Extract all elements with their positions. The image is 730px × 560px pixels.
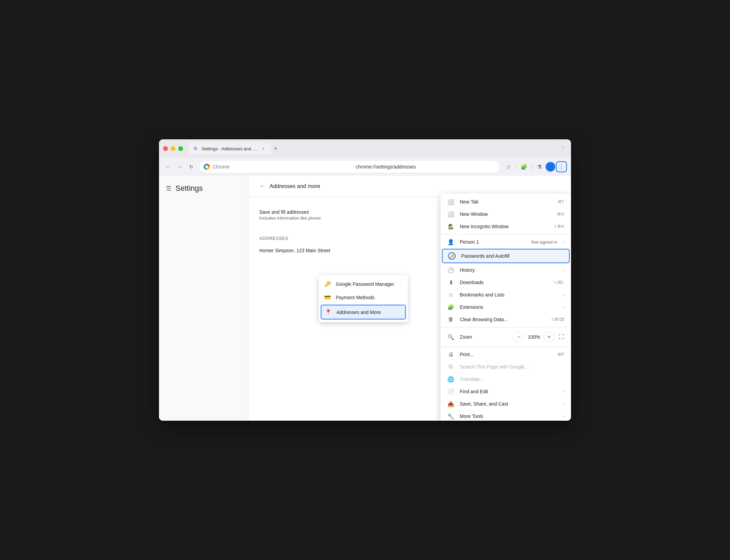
settings-sidebar: ☰ Settings: [159, 176, 248, 421]
menu-item-clear-browsing[interactable]: 🗑 Clear Browsing Data... ⇧⌘⌫: [441, 313, 571, 326]
page-title: Addresses and more: [270, 183, 320, 189]
menu-label-print: Print...: [460, 352, 552, 357]
back-button[interactable]: ←: [163, 162, 173, 172]
menu-item-new-tab[interactable]: ⬜ New Tab ⌘T: [441, 196, 571, 208]
zoom-minus-button[interactable]: −: [513, 331, 524, 342]
menu-label-bookmarks: Bookmarks and Lists: [460, 292, 557, 298]
history-arrow-icon: ›: [563, 268, 564, 272]
menu-item-passwords-autofill[interactable]: 🔑 Passwords and Autofill ›: [442, 249, 570, 263]
menu-label-more-tools: More Tools: [460, 413, 557, 419]
tab-label: Settings - Addresses and mo: [202, 146, 258, 151]
window-control-right[interactable]: ˅: [559, 144, 567, 153]
menu-item-print[interactable]: 🖨 Print... ⌘P: [441, 348, 571, 361]
submenu-label-payment-methods: Payment Methods: [336, 295, 375, 300]
url-prefix: Chrome: [213, 164, 352, 170]
minimize-traffic-light[interactable]: [171, 146, 175, 151]
more-tools-icon: 🔧: [447, 413, 454, 420]
tab-favicon-icon: ⚙: [193, 146, 199, 151]
location-icon: 📍: [325, 309, 332, 315]
hamburger-icon[interactable]: ☰: [166, 185, 171, 192]
save-share-arrow-icon: ›: [563, 401, 564, 406]
person-arrow-icon: ›: [563, 240, 564, 244]
toolbar-separator2: [532, 163, 532, 170]
extension1-icon[interactable]: 🧩: [518, 161, 529, 172]
submenu-label-addresses-more: Addresses and More: [337, 310, 381, 315]
chrome-menu-button[interactable]: ⋮: [556, 161, 567, 172]
menu-item-history[interactable]: 🕐 History ›: [441, 264, 571, 276]
menu-divider-1: [441, 234, 571, 234]
menu-shortcut-new-incognito: ⇧⌘N: [554, 224, 564, 229]
zoom-plus-button[interactable]: +: [544, 331, 555, 342]
browser-window: ⚙ Settings - Addresses and mo × + ˅ ← → …: [159, 139, 571, 421]
passwords-icon: 🔑: [448, 252, 456, 260]
menu-label-new-tab: New Tab: [460, 199, 552, 205]
card-icon: 💳: [324, 294, 331, 301]
refresh-button[interactable]: ↻: [186, 162, 196, 172]
page-back-button[interactable]: ←: [259, 183, 265, 190]
chrome-dropdown-menu: ⬜ New Tab ⌘T ⬜ New Window ⌘N 🕵 New Incog…: [441, 194, 571, 421]
menu-item-more-tools[interactable]: 🔧 More Tools ›: [441, 410, 571, 421]
menu-label-clear-browsing: Clear Browsing Data...: [460, 317, 545, 322]
menu-item-person[interactable]: 👤 Person 1 Not signed in ›: [441, 236, 571, 248]
profile-avatar[interactable]: 👤: [546, 162, 555, 172]
menu-label-find-edit: Find and Edit: [460, 389, 557, 394]
tab-close-button[interactable]: ×: [261, 146, 266, 151]
menu-shortcut-new-window: ⌘N: [557, 212, 564, 217]
url-text: chrome://settings/addresses: [356, 164, 495, 170]
more-tools-arrow-icon: ›: [563, 414, 564, 419]
menu-label-save-share: Save, Share, and Cast: [460, 401, 557, 407]
clear-browsing-icon: 🗑: [447, 316, 454, 323]
menu-divider-2: [441, 327, 571, 327]
page-content: ☰ Settings ← Addresses and more Save and…: [159, 176, 571, 421]
menu-shortcut-clear-browsing: ⇧⌘⌫: [551, 317, 564, 322]
menu-item-new-window[interactable]: ⬜ New Window ⌘N: [441, 208, 571, 220]
browser-tab[interactable]: ⚙ Settings - Addresses and mo ×: [189, 142, 271, 155]
new-tab-button[interactable]: +: [271, 144, 281, 153]
menu-item-search-page: G Search This Page with Google...: [441, 361, 571, 373]
new-window-icon: ⬜: [447, 211, 454, 218]
incognito-icon: 🕵: [447, 223, 454, 230]
traffic-lights: [163, 146, 183, 151]
submenu-item-password-manager[interactable]: 🔑 Google Password Manager: [319, 277, 408, 291]
menu-item-translate: 🌐 Translate...: [441, 373, 571, 385]
menu-label-zoom: Zoom: [460, 334, 508, 340]
find-edit-arrow-icon: ›: [563, 389, 564, 394]
menu-label-history: History: [460, 267, 557, 273]
bookmark-icon[interactable]: ☆: [503, 161, 514, 172]
menu-item-save-share[interactable]: 📤 Save, Share, and Cast ›: [441, 398, 571, 410]
passwords-autofill-arrow-icon: ›: [562, 254, 563, 258]
save-share-icon: 📤: [447, 400, 454, 407]
toolbar-separator: [516, 163, 516, 170]
forward-button[interactable]: →: [175, 162, 184, 172]
menu-label-extensions: Extensions: [460, 304, 557, 310]
nav-bar: ← → ↻ Chrome chrome://settings/addresses…: [159, 158, 571, 176]
menu-label-downloads: Downloads: [460, 280, 547, 285]
menu-label-new-incognito: New Incognito Window: [460, 224, 548, 229]
menu-item-extensions[interactable]: 🧩 Extensions ›: [441, 301, 571, 313]
menu-item-find-edit[interactable]: 📄 Find and Edit ›: [441, 385, 571, 398]
key-icon: 🔑: [324, 281, 331, 287]
menu-item-new-incognito[interactable]: 🕵 New Incognito Window ⇧⌘N: [441, 220, 571, 233]
menu-item-zoom: 🔍 Zoom − 100% + ⛶: [441, 329, 571, 345]
fullscreen-icon[interactable]: ⛶: [559, 334, 564, 340]
downloads-icon: ⬇: [447, 279, 454, 286]
maximize-traffic-light[interactable]: [178, 146, 183, 151]
submenu-item-payment-methods[interactable]: 💳 Payment Methods: [319, 291, 408, 304]
address-bar[interactable]: Chrome chrome://settings/addresses: [199, 161, 500, 173]
settings-header: ☰ Settings: [159, 181, 248, 200]
menu-item-bookmarks[interactable]: ☆ Bookmarks and Lists ›: [441, 289, 571, 301]
new-tab-icon: ⬜: [447, 198, 454, 205]
menu-item-downloads[interactable]: ⬇ Downloads ⌥⌘L: [441, 276, 571, 289]
submenu-item-addresses-more[interactable]: 📍 Addresses and More: [321, 305, 406, 319]
chrome-logo-icon: [204, 164, 210, 170]
close-traffic-light[interactable]: [163, 146, 168, 151]
menu-label-translate: Translate...: [460, 376, 564, 382]
zoom-icon: 🔍: [447, 334, 454, 340]
menu-label-search-page: Search This Page with Google...: [460, 364, 564, 370]
person-icon: 👤: [447, 238, 454, 245]
print-icon: 🖨: [447, 351, 454, 358]
extension2-icon[interactable]: ⚗: [534, 161, 545, 172]
submenu-label-password-manager: Google Password Manager: [336, 281, 394, 287]
autofill-submenu: 🔑 Google Password Manager 💳 Payment Meth…: [319, 275, 408, 322]
history-icon: 🕐: [447, 267, 454, 273]
